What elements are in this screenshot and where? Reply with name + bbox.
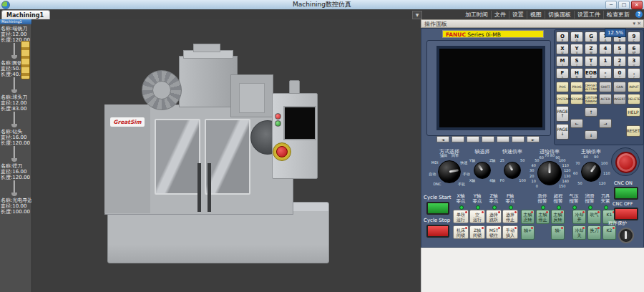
insert-key[interactable]: INSERT — [613, 94, 626, 104]
white-button-选择跳跃[interactable]: 选择跳跃 — [486, 210, 502, 223]
mdi-key-eob[interactable]: EOBE — [585, 68, 597, 79]
crt-softkey-2[interactable] — [452, 136, 464, 142]
mdi-key-6[interactable]: 6SP — [628, 44, 640, 54]
mdi-key-9[interactable]: 9C — [628, 31, 640, 42]
close-button[interactable]: ✕ — [631, 1, 643, 9]
cursor-up-key[interactable]: ↑ — [585, 107, 597, 117]
white-button-空运行[interactable]: 空运行 — [469, 210, 485, 223]
mdi-key-x[interactable]: XU — [556, 44, 569, 54]
operation-panel-header[interactable]: 操作面板 ▾ ✕ — [421, 19, 644, 28]
can-key[interactable]: CAN — [613, 82, 626, 92]
mdi-key-z[interactable]: ZW — [585, 44, 597, 54]
mdi-key-m[interactable]: MI — [556, 56, 569, 67]
crt-screen — [436, 46, 545, 130]
system-key[interactable]: SYSTEM — [556, 94, 569, 104]
cnc-on-button[interactable] — [614, 187, 638, 200]
program-protect-key-switch[interactable] — [618, 228, 634, 243]
cycle-stop-button[interactable] — [426, 225, 449, 238]
mdi-key--[interactable]: -+ — [599, 68, 612, 79]
pos-key[interactable]: POS — [556, 82, 569, 92]
green-button-吹气[interactable]: 吹气 — [587, 210, 601, 224]
crt-softkey-7[interactable]: ► — [527, 136, 540, 142]
mdi-key-2[interactable]: 2# — [613, 56, 626, 67]
emergency-stop-button[interactable] — [615, 152, 637, 173]
green-button-主轴反转[interactable]: 主轴反转 — [551, 210, 565, 224]
green-button-换刀[interactable]: 换刀 — [587, 225, 601, 240]
knob-5[interactable]: 5060708090100110120 — [568, 149, 614, 195]
prog-key[interactable]: PROG — [570, 82, 583, 92]
menu-item-2[interactable]: 文件 — [491, 11, 509, 19]
panel-header-icons[interactable]: ▾ ✕ — [633, 20, 641, 28]
mdi-key-s[interactable]: SJ — [570, 56, 583, 67]
mdi-key-5[interactable]: 5J — [613, 44, 626, 54]
mdi-key-1[interactable]: 1, — [599, 56, 612, 67]
mdi-key-h[interactable]: HD — [570, 68, 583, 79]
menu-item-6[interactable]: 设置工件 — [574, 11, 603, 19]
green-button-主轴停止[interactable]: 主轴停止 — [536, 210, 550, 224]
machine-3d-viewport[interactable]: GreatSim — [32, 19, 421, 292]
menu-item-3[interactable]: 设置 — [509, 11, 527, 19]
green-button-主轴正转[interactable]: 主轴正转 — [521, 210, 535, 224]
mdi-key-o[interactable]: OP — [556, 31, 569, 42]
tab-list-dropdown-icon[interactable]: ▼ — [412, 11, 422, 19]
mdi-key-0[interactable]: 0* — [613, 68, 626, 79]
white-button-手动插入[interactable]: 手动插入 — [502, 225, 518, 239]
knob-dial-2[interactable] — [474, 162, 491, 179]
cycle-start-button[interactable] — [426, 202, 449, 215]
offset-setting-key[interactable]: OFFSET SETTING — [585, 82, 597, 92]
green-button-轴-[interactable]: 轴- — [551, 225, 565, 240]
reset-key[interactable]: RESET — [626, 125, 640, 137]
maximize-button[interactable]: □ — [618, 1, 630, 9]
cnc-off-button[interactable] — [614, 208, 638, 220]
crt-softkey-4[interactable] — [482, 136, 494, 142]
knob-4[interactable]: 0102030405060708090100110120130140150 — [527, 150, 572, 196]
green-button-冷却关[interactable]: 冷却关 — [572, 225, 586, 240]
mdi-key-g[interactable]: GR — [585, 31, 597, 42]
mdi-key-3[interactable]: 3= — [628, 56, 640, 67]
page-down-key[interactable]: PAGE ↓ — [556, 124, 569, 140]
help-key[interactable]: HELP — [626, 107, 640, 117]
message-key[interactable]: MESSAGE — [570, 94, 583, 104]
button-led — [465, 227, 467, 229]
green-button-K2[interactable]: K2 — [602, 225, 616, 240]
crt-softkey-6[interactable] — [512, 136, 525, 142]
help-icon[interactable]: ? — [635, 11, 643, 18]
mdi-key-.[interactable]: ./ — [628, 68, 640, 79]
menu-item-5[interactable]: 切换面板 — [545, 11, 574, 19]
knob-dial-3[interactable] — [504, 162, 521, 179]
white-button-机床闭锁[interactable]: 机床闭锁 — [453, 225, 469, 239]
mdi-key-n[interactable]: NQ — [570, 31, 583, 42]
document-tab[interactable]: Machining1 — [1, 10, 50, 20]
cursor-right-key[interactable]: → — [599, 119, 612, 128]
minimize-button[interactable]: ─ — [605, 1, 617, 9]
input-key[interactable]: INPUT — [628, 82, 640, 92]
green-button-轴+[interactable]: 轴+ — [521, 225, 535, 240]
tool-entry-3[interactable]: 名称:球头刀直径:12.00长度:83.00 — [0, 93, 31, 112]
menu-item-7[interactable]: 检查更新 — [603, 11, 633, 19]
menu-item-4[interactable]: 视图 — [527, 11, 545, 19]
green-button-冷却开[interactable]: 冷却开 — [572, 210, 586, 224]
custom-graph-key[interactable]: CUSTOM GRAPH — [585, 94, 597, 104]
mdi-key-f[interactable]: FL — [556, 68, 569, 79]
white-button-Z轴闭锁[interactable]: Z轴闭锁 — [469, 225, 485, 239]
tool-entry-5[interactable]: 名称:镗刀直径:16.00长度:120.00 — [0, 162, 31, 180]
brand-fanuc: FANUC — [446, 31, 466, 38]
alter-key[interactable]: ALTER — [599, 94, 612, 104]
page-up-key[interactable]: PAGE ↑ — [556, 106, 569, 122]
crt-softkey-1[interactable]: ◄ — [436, 136, 449, 142]
tool-entry-6[interactable]: 名称:光电寻边器直径:10.00长度:100.00 — [0, 196, 31, 215]
menu-item-1[interactable]: 加工时间 — [462, 11, 491, 19]
delete-key[interactable]: DELETE — [628, 94, 640, 104]
mdi-key-y[interactable]: YV — [570, 44, 583, 54]
white-button-选择停止[interactable]: 选择停止 — [502, 210, 518, 223]
white-button-MST锁住[interactable]: MST锁住 — [486, 225, 502, 239]
crt-softkey-3[interactable] — [467, 136, 479, 142]
shift-key[interactable]: SHIFT — [599, 82, 612, 92]
mdi-key-4[interactable]: 4I — [599, 44, 612, 54]
crt-softkey-5[interactable] — [497, 136, 509, 142]
white-button-单段运行[interactable]: 单段运行 — [453, 210, 469, 223]
cursor-down-key[interactable]: ↓ — [585, 130, 597, 140]
cursor-left-key[interactable]: ← — [570, 119, 583, 128]
mdi-key-t[interactable]: TK — [585, 56, 597, 67]
tool-entry-4[interactable]: 名称:钻头直径:16.00长度:120.00 — [0, 127, 31, 146]
